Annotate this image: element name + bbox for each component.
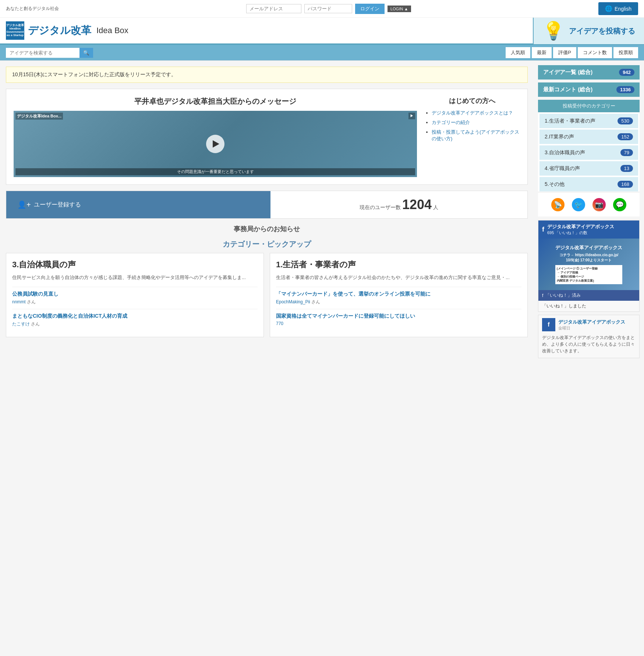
post-idea-label[interactable]: アイデアを投稿する	[569, 26, 635, 36]
idea-author-4: 770	[276, 321, 521, 326]
sort-comments[interactable]: コメント数	[578, 47, 612, 58]
video-thumbnail[interactable]: デジタル改革Idea Box... ▶ その問題意識が一番重要だと思っています	[14, 111, 417, 177]
cat-left-desc: 住民サービス向上を願う自治体の方々が感じる課題、手続き簡略化やデータ活用等へのア…	[12, 274, 258, 282]
english-button[interactable]: 🌐 English	[598, 2, 638, 15]
register-button[interactable]: 👤+ ユーザー登録する	[6, 193, 270, 216]
fb-like-label: 「いいね！」済み	[545, 292, 581, 299]
idea-item-2: まともなCIO制度の義務化と自治体ICT人材の育成 たこすけ さん	[12, 309, 258, 331]
search-button[interactable]: 🔍	[79, 48, 93, 58]
author-link-1[interactable]: nnmmt	[12, 299, 26, 304]
cat-right-desc: 生活者・事業者の皆さんが考えるデジタル社会のかたちや、デジタル改革の進め方に関す…	[276, 274, 521, 282]
fb-logo-icon: f	[542, 226, 544, 233]
idea-title-4[interactable]: 国家資格は全てマイナンバーカードに登録可能にしてほしい	[276, 313, 521, 320]
fb-post-date: 金曜日	[558, 325, 625, 331]
search-icon: 🔍	[83, 50, 89, 56]
author-link-4[interactable]: 770	[276, 321, 283, 326]
register-btn-label: ユーザー登録する	[34, 201, 81, 209]
video-caption: その問題意識が一番重要だと思っています	[15, 168, 415, 175]
idea-list-header[interactable]: アイデア一覧 (総合) 942	[538, 65, 640, 80]
logo-bar: デジタル改革IdeaBoxGovernmentas a Startup デジタル…	[0, 18, 644, 45]
user-count-number: 1204	[402, 197, 432, 212]
social-icons: 📡 🐦 📷 💬	[538, 193, 640, 216]
sidebar-item-cat-5[interactable]: 5.その他 168	[539, 177, 638, 191]
post-idea-header[interactable]: 💡 アイデアを投稿する	[533, 18, 644, 44]
email-input[interactable]	[246, 4, 301, 13]
sort-latest[interactable]: 最新	[532, 47, 552, 58]
instagram-icon[interactable]: 📷	[592, 198, 606, 211]
cat-right-title: 1.生活者・事業者の声	[276, 259, 521, 270]
beginner-link-2[interactable]: カテゴリーの紹介	[432, 120, 470, 125]
cat-2-count: 152	[618, 133, 633, 140]
fb-like-header: f 「いいね！」済み	[538, 290, 639, 301]
search-input[interactable]	[6, 48, 79, 58]
sort-popular[interactable]: 人気順	[506, 47, 530, 58]
fb-post-text: デジタル改革アイデアボックスの使い方をまとめ、より多くの人に使ってもらえるように…	[538, 334, 639, 358]
fb-post-card: f デジタル改革アイデアボックス 金曜日 デジタル改革アイデアボックスの使い方を…	[538, 315, 640, 358]
category-card-left: 3.自治体職員の声 住民サービス向上を願う自治体の方々が感じる課題、手続き簡略化…	[6, 253, 264, 337]
minister-title: 平井卓也デジタル改革担当大臣からのメッセージ	[14, 96, 417, 106]
sidebar-item-cat-4[interactable]: 4.省庁職員の声 13	[539, 161, 638, 176]
cat-3-count: 79	[620, 149, 633, 156]
user-count-label: 現在のユーザー数	[360, 204, 401, 210]
welcome-left: 平井卓也デジタル改革担当大臣からのメッセージ デジタル改革Idea Box...…	[14, 96, 417, 177]
cat-4-count: 13	[620, 165, 633, 172]
nav-bar: 🔍 人気順 最新 評価P コメント数 投票順	[0, 45, 644, 60]
sort-rating[interactable]: 評価P	[553, 47, 576, 58]
comment-card: 最新コメント (総合) 1336	[538, 82, 640, 97]
play-button[interactable]	[206, 135, 224, 153]
login-dropdown[interactable]: LOGIN ▲	[388, 6, 411, 12]
sort-votes[interactable]: 投票順	[613, 47, 638, 58]
beginner-link-3[interactable]: 投稿・投票してみよう(アイデアボックスの使い方)	[432, 129, 519, 141]
twitter-icon[interactable]: 🐦	[572, 198, 585, 211]
fb-post-image: デジタル改革アイデアボックス コチラ→ https://ideabox.cio.…	[538, 239, 639, 290]
idea-title-3[interactable]: 「マイナンバーカード」を使って、選挙のオンライン投票を可能に	[276, 291, 521, 297]
sidebar-item-cat-2[interactable]: 2.IT業界の声 152	[539, 130, 638, 144]
video-inner: デジタル改革Idea Box... ▶ その問題意識が一番重要だと思っています	[14, 111, 417, 177]
globe-icon: 🌐	[605, 5, 612, 12]
login-button[interactable]: ログイン	[355, 4, 385, 14]
fb-post-title: デジタル改革アイデアボックス	[558, 319, 625, 325]
password-input[interactable]	[304, 4, 352, 13]
cat-left-title: 3.自治体職員の声	[12, 259, 258, 270]
idea-item-4: 国家資格は全てマイナンバーカードに登録可能にしてほしい 770	[276, 309, 521, 330]
sort-buttons: 人気順 最新 評価P コメント数 投票順	[506, 47, 638, 58]
sidebar-item-cat-3[interactable]: 3.自治体職員の声 79	[539, 145, 638, 160]
cat-3-label: 3.自治体職員の声	[545, 149, 585, 156]
line-icon[interactable]: 💬	[613, 198, 626, 211]
cat-4-label: 4.省庁職員の声	[545, 165, 580, 172]
idea-author-1: nnmmt さん	[12, 299, 258, 305]
fb-icon: f	[542, 293, 543, 298]
idea-title-2[interactable]: まともなCIO制度の義務化と自治体ICT人材の育成	[12, 313, 258, 320]
category-pickup-title: カテゴリー・ピックアップ	[6, 239, 528, 249]
idea-author-3: EpochMaking_Pii さん	[276, 299, 521, 305]
idea-list-label: アイデア一覧 (総合)	[543, 69, 592, 76]
fb-post-logo: f	[542, 318, 555, 331]
fb-liked-text: 「いいね！」しました	[538, 301, 639, 311]
sidebar-categories: 投稿受付中のカテゴリー 1.生活者・事業者の声 530 2.IT業界の声 152…	[538, 100, 640, 191]
list-item: デジタル改革アイデアボックスとは？	[432, 110, 520, 116]
idea-list-card: アイデア一覧 (総合) 942	[538, 65, 640, 80]
fb-page-subtitle: 695 「いいね！」の数	[547, 230, 614, 236]
fb-page-card: f デジタル改革アイデアボックス 695 「いいね！」の数 デジタル改革アイデア…	[538, 220, 640, 312]
top-strip: あなたと創るデジタル社会 ログイン LOGIN ▲ 🌐 English	[0, 0, 644, 18]
idea-item-3: 「マイナンバーカード」を使って、選挙のオンライン投票を可能に EpochMaki…	[276, 287, 521, 309]
author-link-2[interactable]: たこすけ	[12, 321, 30, 327]
rss-icon[interactable]: 📡	[551, 198, 565, 211]
cat-2-label: 2.IT業界の声	[545, 134, 574, 140]
comment-header[interactable]: 最新コメント (総合) 1336	[538, 82, 640, 97]
beginner-link-1[interactable]: デジタル改革アイデアボックスとは？	[432, 110, 513, 116]
category-cards: 3.自治体職員の声 住民サービス向上を願う自治体の方々が感じる課題、手続き簡略化…	[6, 253, 528, 337]
announcement-banner: 10月15日(木)にスマートフォンに対応した正式版をリリース予定です。	[6, 67, 528, 83]
idea-author-2: たこすけ さん	[12, 321, 258, 327]
cat-1-count: 530	[618, 117, 633, 124]
sidebar-item-cat-1[interactable]: 1.生活者・事業者の声 530	[539, 114, 638, 128]
author-link-3[interactable]: EpochMaking_Pii	[276, 299, 310, 304]
site-logo-icon: デジタル改革IdeaBoxGovernmentas a Startup	[6, 21, 24, 40]
category-card-right: 1.生活者・事業者の声 生活者・事業者の皆さんが考えるデジタル社会のかたちや、デ…	[270, 253, 528, 337]
idea-title-1[interactable]: 公務員試験の見直し	[12, 291, 258, 297]
cat-5-count: 168	[618, 181, 633, 188]
main-container: 10月15日(木)にスマートフォンに対応した正式版をリリース予定です。 平井卓也…	[0, 61, 644, 366]
cat-section-label: 投稿受付中のカテゴリー	[538, 100, 640, 112]
logo-subtitle: Idea Box	[96, 26, 128, 35]
user-count-unit: 人	[433, 204, 438, 210]
